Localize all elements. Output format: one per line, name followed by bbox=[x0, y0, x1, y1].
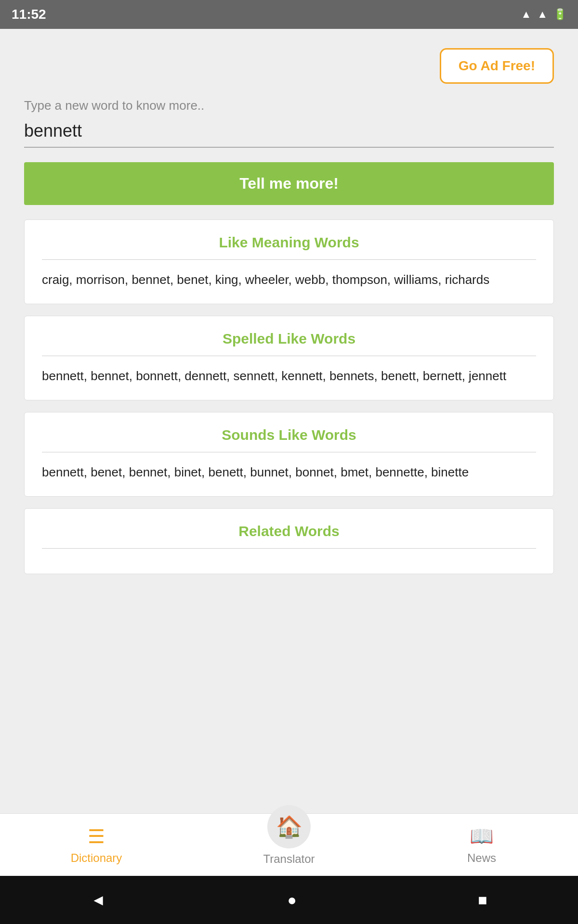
like-meaning-divider bbox=[42, 259, 536, 260]
news-icon: 📖 bbox=[470, 825, 494, 847]
bottom-nav: ☰ Dictionary 🏠 Translator 📖 News bbox=[0, 813, 578, 876]
search-input[interactable] bbox=[24, 121, 554, 141]
status-time: 11:52 bbox=[12, 7, 46, 22]
signal-icon: ▲ bbox=[537, 8, 548, 21]
home-icon: 🏠 bbox=[267, 805, 311, 848]
status-bar: 11:52 ▲ ▲ 🔋 bbox=[0, 0, 578, 29]
related-words-divider bbox=[42, 548, 536, 549]
like-meaning-card: Like Meaning Words craig, morrison, benn… bbox=[24, 219, 554, 304]
like-meaning-title: Like Meaning Words bbox=[42, 234, 536, 251]
home-button[interactable]: ● bbox=[287, 891, 296, 909]
main-content: Go Ad Free! Type a new word to know more… bbox=[0, 29, 578, 595]
related-words-card: Related Words bbox=[24, 508, 554, 574]
spelled-like-divider bbox=[42, 356, 536, 356]
system-bar: ◄ ● ■ bbox=[0, 876, 578, 924]
dictionary-icon: ☰ bbox=[88, 825, 105, 847]
status-icons: ▲ ▲ 🔋 bbox=[521, 8, 566, 21]
recent-button[interactable]: ■ bbox=[478, 891, 487, 909]
back-button[interactable]: ◄ bbox=[91, 891, 106, 909]
sounds-like-divider bbox=[42, 452, 536, 452]
sounds-like-card: Sounds Like Words bennett, benet, bennet… bbox=[24, 412, 554, 497]
sounds-like-title: Sounds Like Words bbox=[42, 427, 536, 443]
spelled-like-content: bennett, bennet, bonnett, dennett, senne… bbox=[42, 367, 536, 385]
sounds-like-content: bennett, benet, bennet, binet, benett, b… bbox=[42, 463, 536, 482]
search-input-wrapper bbox=[24, 121, 554, 148]
spelled-like-card: Spelled Like Words bennett, bennet, bonn… bbox=[24, 316, 554, 400]
related-words-title: Related Words bbox=[42, 523, 536, 539]
wifi-icon: ▲ bbox=[521, 8, 531, 21]
ad-free-container: Go Ad Free! bbox=[24, 38, 554, 98]
spelled-like-title: Spelled Like Words bbox=[42, 331, 536, 347]
nav-item-dictionary[interactable]: ☰ Dictionary bbox=[0, 825, 193, 865]
nav-item-news[interactable]: 📖 News bbox=[385, 825, 578, 865]
translator-label: Translator bbox=[263, 852, 315, 866]
search-label: Type a new word to know more.. bbox=[24, 98, 554, 113]
battery-icon: 🔋 bbox=[553, 8, 566, 21]
news-label: News bbox=[467, 851, 496, 865]
tell-me-more-button[interactable]: Tell me more! bbox=[24, 162, 554, 205]
like-meaning-content: craig, morrison, bennet, benet, king, wh… bbox=[42, 270, 536, 289]
ad-free-button[interactable]: Go Ad Free! bbox=[440, 48, 554, 84]
dictionary-label: Dictionary bbox=[71, 851, 122, 865]
nav-item-translator[interactable]: 🏠 Translator bbox=[193, 805, 385, 866]
